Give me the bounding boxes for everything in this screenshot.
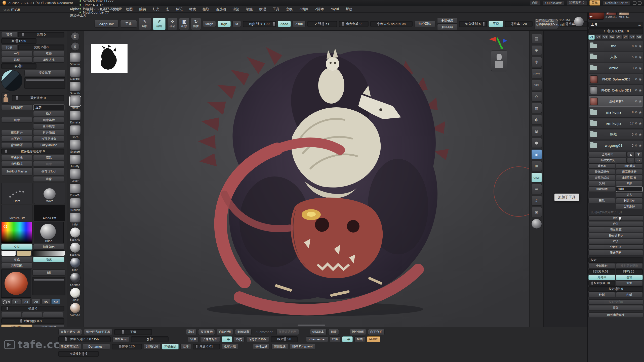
smooth-groups-slider[interactable]: 组光滑 50 — [271, 336, 298, 342]
mask-groups-button[interactable]: 遮罩分组 — [222, 344, 238, 349]
depth-shadow-button[interactable]: 深度阴影 — [1, 325, 32, 327]
boolean-button[interactable]: 布尔运算 — [588, 227, 643, 232]
geometry-toggle[interactable]: 几何体 — [588, 275, 615, 280]
brush-layer[interactable]: Layer — [70, 169, 81, 182]
material-basic-2[interactable]: BasicMa — [70, 242, 80, 256]
move-down-button[interactable]: ▼ — [635, 152, 642, 157]
width-slider[interactable]: 宽度 2240 — [18, 44, 64, 50]
gear-icon[interactable]: ⚙ — [635, 66, 638, 70]
bb-mirror-button[interactable]: 镜像 — [188, 336, 198, 342]
mirror-and-weld-button[interactable]: 镜像并焊接 — [200, 336, 220, 342]
same-toggle-2[interactable]: 相同 — [354, 336, 365, 342]
group-loops-button[interactable]: 组环 — [180, 344, 191, 349]
qxyz-button[interactable]: Qxyz — [531, 172, 542, 183]
polyframe-icon[interactable]: ⊞ — [531, 161, 542, 171]
align-button[interactable]: 对齐 — [588, 239, 643, 244]
inner-button[interactable]: 内部 — [616, 292, 643, 297]
projection-shell-slider[interactable]: 投射外壳 0 — [588, 286, 643, 292]
transparency-icon[interactable]: ◒ — [531, 126, 542, 136]
paste-button[interactable]: 粘贴 — [616, 181, 643, 186]
bb-smooth-slider[interactable]: 平滑 — [114, 329, 152, 335]
project-relief-button[interactable]: 投影浅浮雕 — [588, 299, 643, 305]
zadd-button[interactable]: Zadd — [278, 21, 291, 27]
menu-item[interactable]: 灯光 — [149, 7, 163, 12]
rename-button[interactable]: 重命名 — [588, 163, 615, 169]
document-thumbnail[interactable] — [91, 44, 128, 73]
zsub-button[interactable]: Zsub — [293, 21, 306, 27]
bb-merge-down-button[interactable]: 向下合并 — [368, 329, 385, 335]
gear-icon[interactable]: ⚙ — [635, 144, 638, 147]
menu-item[interactable]: 绘图 — [123, 7, 136, 12]
eye-icon[interactable]: ◉ — [639, 122, 641, 125]
default-zscript-button[interactable]: DefaultZScript — [603, 1, 630, 5]
delete-subtool-button[interactable]: 删除 — [588, 198, 615, 203]
auto-reorder-button[interactable]: 自动重排 — [616, 163, 643, 169]
split-groups-button[interactable]: 按组拆分 — [1, 130, 32, 135]
menu-item[interactable]: 材质 — [186, 7, 199, 12]
axis-gizmo[interactable] — [489, 36, 508, 50]
split-button[interactable]: 拆分 — [588, 215, 643, 221]
scatter-align-button[interactable]: 分散对齐 — [588, 244, 643, 250]
spotlight-icon[interactable]: ◉ — [531, 207, 542, 217]
gear-icon[interactable]: ⚙ — [635, 122, 638, 125]
menu-item[interactable]: 帮助 — [342, 7, 355, 12]
brush-curvetube[interactable]: CurveTu — [70, 184, 81, 197]
texture-slot[interactable]: Texture Off — [1, 205, 32, 221]
flatten-shadow-button[interactable]: 扁平化阴影 — [33, 325, 64, 327]
material-ball-icon[interactable] — [574, 17, 584, 27]
bb-dynamesh-button[interactable]: Dynamesh — [83, 344, 110, 349]
split-visible-button[interactable]: 按可见拆分 — [33, 136, 64, 142]
embed-slider[interactable]: 嵌入 0 — [1, 63, 36, 69]
m-button[interactable]: M — [232, 21, 241, 27]
merge-button[interactable]: 合并 — [588, 221, 643, 227]
delete-other-subtools-button[interactable]: 删除其他 — [616, 198, 643, 203]
z-intensity-slider[interactable]: Z 强度 51 — [307, 21, 337, 27]
subpalette-icon[interactable]: ▤ — [531, 34, 542, 44]
zoom-icon[interactable]: ◎ — [531, 57, 542, 67]
edit-button[interactable]: ✎ 编辑 — [139, 18, 151, 30]
mini-toggle-2[interactable] — [22, 312, 42, 318]
delete-lower-higher-buttons[interactable]: 删除低级 删除高级 — [437, 18, 457, 30]
projection-blur-slider[interactable]: 投射模糊 10 — [588, 281, 615, 286]
tab-v1[interactable]: V1 — [588, 35, 595, 40]
auto-groups-button[interactable]: 自动分组 — [217, 329, 233, 335]
curve-delete-button[interactable]: 删除 — [33, 161, 64, 167]
material-chrome[interactable]: Chrome — [70, 273, 80, 286]
background-opacity-slider[interactable]: 背景透明 0 — [567, 0, 587, 6]
brush-trimdynamic[interactable]: TrimDy — [70, 154, 81, 168]
save-ztool-button[interactable]: 保存 ZTool — [33, 167, 64, 175]
ghost-transparency-icon[interactable]: ◐ — [531, 115, 542, 125]
gear-icon[interactable]: ⚙ — [635, 100, 638, 103]
eye-icon[interactable]: ◉ — [639, 100, 641, 103]
remesh-button[interactable]: 重建网格 — [588, 250, 643, 255]
double-button[interactable]: 双倍 — [33, 51, 64, 56]
rotate-button[interactable]: ↻ 旋转 — [191, 18, 201, 30]
keep-edges-button[interactable]: 保持边缘 — [253, 344, 270, 349]
mrgb-button[interactable]: Mrgb — [203, 21, 216, 27]
project-history-button[interactable]: 投射历史记录 — [616, 263, 643, 268]
project-all-button[interactable]: 全部投射 — [588, 263, 615, 268]
solo-icon[interactable]: ● — [531, 138, 542, 148]
stroke-thumb[interactable]: Dots — [1, 183, 32, 204]
backface-mask-button[interactable]: 背面遮罩 — [1, 142, 32, 148]
eye-icon[interactable]: ◉ — [639, 133, 641, 136]
flip-button[interactable]: 翻转 — [186, 329, 196, 335]
alpha-slot[interactable]: Alpha Off — [34, 205, 65, 221]
highest-sdiv-button[interactable]: 最高级细分 — [616, 169, 643, 174]
intensity-slider[interactable]: 强度 0 — [1, 306, 64, 311]
scale-button[interactable]: ▣ 缩放 — [179, 18, 189, 30]
tab-v7[interactable]: V7 — [629, 35, 635, 40]
menus-toggle[interactable]: 菜单 — [589, 0, 600, 6]
gradient-swatch[interactable] — [32, 250, 65, 256]
gradient-button[interactable]: 渐变 — [33, 257, 64, 262]
subtool-master-button[interactable]: SubTool Master — [1, 167, 32, 175]
brush-claybuildup[interactable]: ClayBuil — [70, 67, 81, 80]
material-blinn[interactable]: Blinn — [70, 257, 80, 271]
color-swatch-secondary[interactable] — [17, 250, 31, 256]
outer-button[interactable]: 外部 — [588, 292, 615, 297]
folder-actions-button[interactable]: ≡ — [627, 158, 634, 163]
camera-head-widget[interactable] — [491, 50, 507, 71]
grid-icon[interactable]: # — [531, 196, 542, 206]
move-up-button[interactable]: ▲ — [627, 152, 634, 157]
sdiv-level-slider[interactable]: 细分级别 6 — [459, 21, 487, 27]
